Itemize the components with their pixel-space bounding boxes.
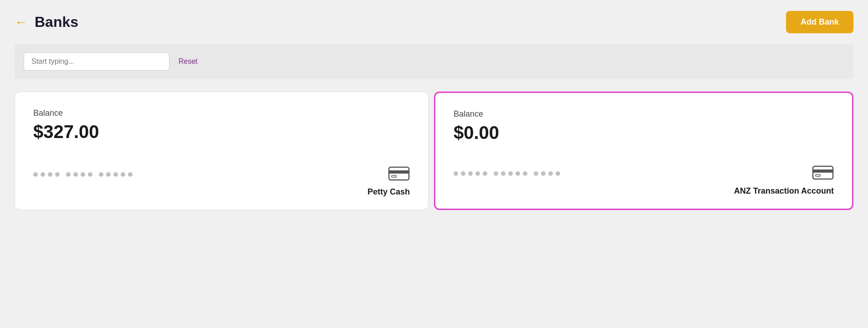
page-container: ← Banks Add Bank Reset Balance $327.00 xyxy=(0,0,868,328)
dot xyxy=(128,172,133,177)
dot xyxy=(475,171,480,176)
dot xyxy=(483,171,487,176)
balance-label-2: Balance xyxy=(454,109,834,119)
dot xyxy=(33,172,38,177)
dot xyxy=(48,172,52,177)
balance-amount-1: $327.00 xyxy=(33,122,410,142)
dot-group-2a xyxy=(454,171,487,176)
dot xyxy=(501,171,505,176)
back-button[interactable]: ← xyxy=(15,16,27,29)
card-dots-1 xyxy=(33,172,133,177)
page-title: Banks xyxy=(35,14,78,31)
header: ← Banks Add Bank xyxy=(15,11,853,33)
dot xyxy=(99,172,103,177)
dot xyxy=(461,171,465,176)
dot xyxy=(534,171,538,176)
svg-rect-5 xyxy=(816,174,820,176)
dot xyxy=(66,172,71,177)
dot xyxy=(88,172,92,177)
search-input[interactable] xyxy=(24,52,169,71)
credit-card-icon-2 xyxy=(812,164,834,183)
card-bottom-1: Petty Cash xyxy=(33,165,410,197)
card-bottom-row-2 xyxy=(454,164,834,183)
svg-rect-1 xyxy=(389,170,409,174)
dot-group-2c xyxy=(534,171,560,176)
dot xyxy=(508,171,513,176)
card-top-2: Balance $0.00 xyxy=(454,109,834,159)
dot xyxy=(548,171,553,176)
card-top: Balance $327.00 xyxy=(33,108,410,159)
search-bar: Reset xyxy=(15,44,853,79)
dot xyxy=(556,171,560,176)
add-bank-button[interactable]: Add Bank xyxy=(786,11,853,33)
dot xyxy=(55,172,60,177)
dot xyxy=(81,172,85,177)
card-name-2: ANZ Transaction Account xyxy=(734,186,834,195)
credit-card-icon-1 xyxy=(388,165,410,184)
dot-group-1a xyxy=(33,172,60,177)
dot xyxy=(121,172,125,177)
dot-group-2b xyxy=(494,171,527,176)
bank-card-anz[interactable]: Balance $0.00 xyxy=(434,92,853,210)
svg-rect-4 xyxy=(813,169,833,173)
dot xyxy=(541,171,546,176)
dot-group-1c xyxy=(99,172,133,177)
dot xyxy=(41,172,45,177)
header-left: ← Banks xyxy=(15,14,78,31)
dot xyxy=(73,172,78,177)
reset-button[interactable]: Reset xyxy=(179,57,198,66)
balance-label-1: Balance xyxy=(33,108,410,118)
dot-group-1b xyxy=(66,172,92,177)
dot xyxy=(468,171,473,176)
cards-container: Balance $327.00 xyxy=(15,92,853,210)
dot xyxy=(454,171,458,176)
dot xyxy=(106,172,111,177)
bank-card-petty-cash[interactable]: Balance $327.00 xyxy=(15,92,429,210)
dot xyxy=(113,172,118,177)
card-dots-2 xyxy=(454,171,560,176)
dot xyxy=(494,171,498,176)
dot xyxy=(523,171,527,176)
card-bottom-2: ANZ Transaction Account xyxy=(454,164,834,196)
svg-rect-2 xyxy=(392,175,396,177)
balance-amount-2: $0.00 xyxy=(454,123,834,143)
card-bottom-row-1 xyxy=(33,165,410,184)
card-name-1: Petty Cash xyxy=(368,187,410,196)
dot xyxy=(516,171,520,176)
